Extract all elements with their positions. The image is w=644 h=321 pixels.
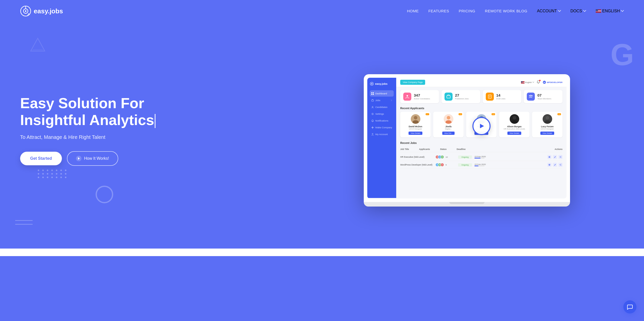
- applicant-role: Digital...: [435, 128, 462, 130]
- col-applicants: Applicants: [419, 148, 430, 150]
- svg-point-2: [25, 10, 26, 12]
- how-it-works-button[interactable]: How It Works!: [67, 151, 118, 166]
- chevron-down-icon: [583, 10, 586, 12]
- svg-rect-19: [372, 100, 374, 101]
- action-edit[interactable]: [553, 155, 557, 159]
- stat-card-draft: 14 Draft Jobs: [483, 90, 521, 103]
- stat-card-candidates: 347 Active Candidates: [400, 90, 439, 103]
- nav-docs[interactable]: DOCS: [571, 9, 586, 13]
- chat-button[interactable]: [623, 300, 636, 313]
- db-language[interactable]: English: [521, 81, 534, 84]
- sidebar-label: Settings: [375, 112, 384, 115]
- db-brand: easy.jobs: [375, 82, 387, 85]
- job-row: HR Executive (Mid-Level) D J K 10: [400, 153, 562, 161]
- deco-line-2: [15, 224, 33, 225]
- action-view[interactable]: [547, 155, 551, 159]
- svg-point-25: [372, 133, 373, 134]
- mini-avatar: K: [440, 155, 444, 159]
- db-sidebar: easy.jobs Dashboard Jobs: [367, 78, 396, 198]
- sidebar-label: Candidates: [375, 106, 387, 108]
- mini-avatars: A B C: [435, 163, 443, 167]
- svg-line-68: [560, 165, 561, 166]
- svg-rect-9: [596, 9, 598, 11]
- sidebar-item-my-account[interactable]: My Account: [370, 131, 394, 137]
- applicant-avatar: [510, 114, 519, 124]
- applicant-name: Alison Burgas: [501, 125, 528, 128]
- chevron-down-icon: [558, 10, 561, 12]
- job-actions: [547, 163, 562, 167]
- sidebar-item-dashboard[interactable]: Dashboard: [370, 90, 394, 97]
- action-edit[interactable]: [553, 163, 557, 167]
- nav-home[interactable]: HOME: [407, 9, 419, 13]
- sidebar-item-make-company[interactable]: Make Company: [370, 124, 394, 131]
- hero-subtitle: To Attract, Manage & Hire Right Talent: [20, 134, 310, 140]
- applicant-role: HR Executive (Mid-Level): [501, 128, 528, 130]
- stat-icon-jobs: [445, 93, 453, 101]
- db-main: View Company Page English: [396, 78, 567, 198]
- db-logo: easy.jobs: [370, 82, 394, 86]
- nav-features[interactable]: FEATURES: [428, 9, 449, 13]
- svg-marker-10: [31, 38, 45, 51]
- stat-num: 14: [496, 93, 505, 97]
- sidebar-item-jobs[interactable]: Jobs: [370, 97, 394, 103]
- job-title: WordPress Developer (Mid-Level): [400, 164, 433, 166]
- db-bell[interactable]: [537, 80, 540, 84]
- logo[interactable]: easy.jobs: [20, 6, 63, 17]
- svg-point-50: [513, 116, 516, 119]
- action-share[interactable]: [558, 163, 562, 167]
- svg-point-39: [532, 95, 533, 96]
- sidebar-label: Dashboard: [375, 92, 387, 95]
- svg-rect-16: [373, 92, 374, 93]
- flag-small-icon: [521, 81, 525, 84]
- svg-rect-18: [373, 94, 374, 95]
- applicant-card: Jinefa Digital... View Det... 4.5: [433, 112, 464, 137]
- stat-info: 347 Active Candidates: [414, 93, 430, 100]
- view-details-btn[interactable]: View Det...: [442, 132, 455, 135]
- job-count: 9: [446, 164, 447, 166]
- stat-label: Active Candidates: [414, 98, 430, 100]
- action-view[interactable]: [547, 163, 551, 167]
- nav-account[interactable]: ACCOUNT: [537, 9, 561, 13]
- sidebar-item-settings[interactable]: Settings: [370, 111, 394, 117]
- sidebar-item-candidates[interactable]: Candidates: [370, 104, 394, 110]
- svg-point-44: [447, 116, 450, 119]
- stat-label: Published Jobs: [455, 98, 469, 100]
- notification-dot: [539, 80, 541, 81]
- view-details-btn[interactable]: View Details: [507, 132, 521, 135]
- view-company-btn[interactable]: View Company Page: [400, 80, 425, 85]
- chat-icon: [627, 304, 633, 310]
- hero-right: easy.jobs Dashboard Jobs: [310, 74, 624, 207]
- sidebar-item-notifications[interactable]: Notifications: [370, 117, 394, 124]
- job-applicants: D J K 10: [435, 155, 456, 159]
- db-stats: 347 Active Candidates 27: [396, 87, 567, 106]
- svg-rect-28: [521, 81, 522, 83]
- hero-section: G Easy Solution For Insightful Analytics…: [0, 22, 644, 249]
- play-icon: [76, 156, 82, 161]
- stat-label: Team Members: [537, 98, 551, 100]
- svg-line-61: [560, 157, 561, 158]
- job-applicants: A B C 9: [435, 163, 456, 167]
- job-actions: [547, 155, 562, 159]
- col-job-title: Job Title: [400, 148, 409, 150]
- svg-text:W: W: [543, 81, 545, 84]
- stat-info: 27 Published Jobs: [455, 93, 469, 100]
- applicant-role: UX/UI Designer: [534, 128, 560, 130]
- wpdeveloper-logo: W WPDEVELOPER: [543, 81, 562, 84]
- nav-blog[interactable]: REMOTE WORK BLOG: [485, 9, 528, 13]
- get-started-button[interactable]: Get Started: [20, 152, 62, 165]
- deco-g: G: [611, 37, 634, 72]
- deco-line-1: [15, 220, 33, 221]
- svg-rect-32: [447, 96, 450, 98]
- nav-pricing[interactable]: PRICING: [459, 9, 475, 13]
- job-title: HR Executive (Mid-Level): [400, 156, 433, 158]
- applicant-avatar: [543, 114, 552, 124]
- flag-icon: [596, 9, 601, 13]
- navbar: easy.jobs HOME FEATURES PRICING REMOTE W…: [0, 0, 644, 22]
- nav-language[interactable]: ENGLISH: [596, 9, 624, 13]
- job-count: 10: [446, 156, 448, 158]
- sidebar-label: Jobs: [375, 99, 380, 102]
- view-details-btn[interactable]: View Details: [540, 132, 554, 135]
- play-button[interactable]: [472, 117, 491, 135]
- action-share[interactable]: [558, 155, 562, 159]
- view-details-btn[interactable]: View Details: [409, 132, 422, 135]
